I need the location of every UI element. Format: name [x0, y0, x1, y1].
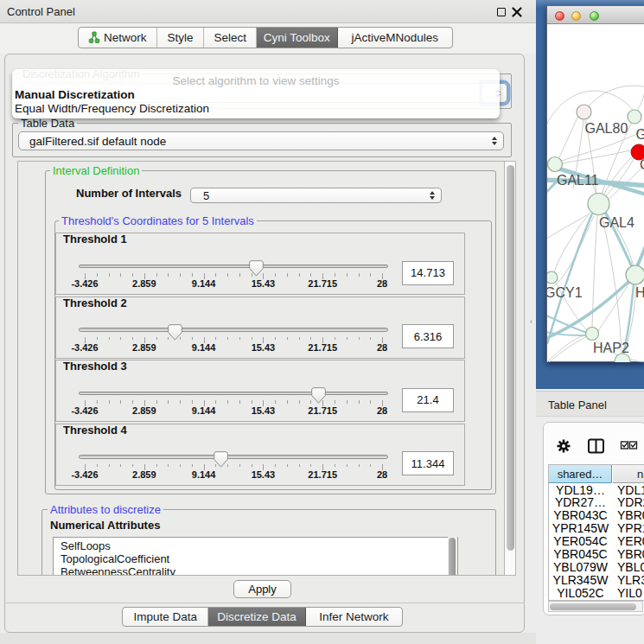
svg-text:GAL80: GAL80 [585, 121, 628, 136]
svg-text:GAL11: GAL11 [557, 173, 599, 188]
svg-text:GA: GA [636, 127, 644, 142]
svg-text:C: C [640, 157, 644, 172]
svg-text:GCY1: GCY1 [547, 285, 583, 300]
svg-text:H: H [635, 285, 644, 300]
svg-text:GAL4: GAL4 [599, 215, 634, 230]
svg-text:HAP2: HAP2 [593, 341, 629, 355]
